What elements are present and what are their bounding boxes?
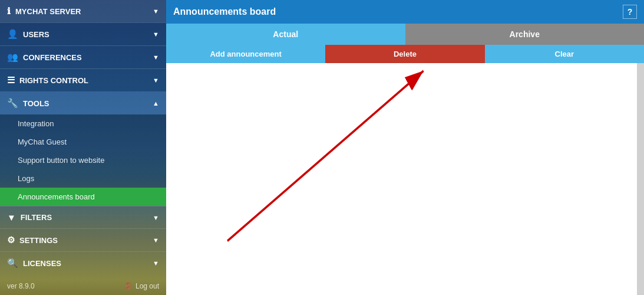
sidebar-item-licenses[interactable]: 🔍 LICENSES ▼	[0, 252, 166, 274]
sidebar-settings-label: SETTINGS	[19, 236, 58, 245]
version-label: ver 8.9.0	[7, 282, 35, 290]
chevron-down-icon: ▼	[153, 8, 159, 15]
submenu-logs[interactable]: Logs	[0, 169, 166, 188]
submenu-announcements[interactable]: Announcements board	[0, 188, 166, 206]
tools-submenu: Integration MyChat Guest Support button …	[0, 114, 166, 206]
actions-row: Add announcement Delete Clear	[166, 45, 644, 63]
sidebar-users-label: USERS	[23, 30, 49, 39]
sidebar-server-label: MYCHAT SERVER	[15, 7, 81, 16]
main-content: Announcements board ? Actual Archive Add…	[166, 0, 644, 295]
chevron-down-icon: ▼	[153, 237, 159, 244]
page-title: Announcements board	[173, 6, 276, 17]
settings-icon: ⚙	[7, 235, 15, 245]
users-icon: 👤	[7, 29, 18, 40]
sidebar-item-conferences[interactable]: 👥 CONFERENCES ▼	[0, 46, 166, 68]
sidebar-item-server[interactable]: ℹ MYCHAT SERVER ▼	[0, 0, 166, 22]
chevron-down-icon: ▼	[153, 77, 159, 84]
logout-icon: 🚪	[124, 282, 133, 290]
sidebar-item-filters[interactable]: ▼ FILTERS ▼	[0, 206, 166, 228]
sidebar-licenses-label: LICENSES	[23, 259, 61, 268]
server-icon: ℹ	[7, 6, 11, 17]
sidebar-item-settings[interactable]: ⚙ SETTINGS ▼	[0, 229, 166, 251]
logout-button[interactable]: 🚪 Log out	[124, 282, 159, 290]
chevron-down-icon: ▼	[153, 214, 159, 221]
rights-icon: ☰	[7, 75, 15, 86]
svg-line-1	[227, 71, 424, 241]
logout-label: Log out	[136, 282, 159, 290]
sidebar-conferences-label: CONFERENCES	[23, 53, 82, 62]
sidebar-filters-label: FILTERS	[21, 213, 52, 222]
tools-icon: 🔧	[7, 98, 18, 109]
submenu-support-button[interactable]: Support button to website	[0, 151, 166, 169]
add-announcement-button[interactable]: Add announcement	[166, 45, 325, 63]
help-button[interactable]: ?	[623, 5, 637, 19]
tab-archive[interactable]: Archive	[405, 24, 645, 45]
sidebar-item-rights[interactable]: ☰ RIGHTS CONTROL ▼	[0, 69, 166, 91]
chevron-up-icon: ▲	[153, 100, 159, 107]
filter-icon: ▼	[7, 212, 16, 222]
sidebar-bottom: ver 8.9.0 🚪 Log out	[0, 277, 166, 295]
sidebar-tools-label: TOOLS	[23, 99, 49, 108]
chevron-down-icon: ▼	[153, 31, 159, 38]
chevron-down-icon: ▼	[153, 260, 159, 267]
conferences-icon: 👥	[7, 52, 18, 63]
chevron-down-icon: ▼	[153, 54, 159, 61]
sidebar-item-users[interactable]: 👤 USERS ▼	[0, 23, 166, 45]
sidebar-rights-label: RIGHTS CONTROL	[19, 76, 88, 85]
tab-actual[interactable]: Actual	[166, 24, 405, 45]
submenu-integration[interactable]: Integration	[0, 114, 166, 133]
arrow-annotation	[166, 63, 644, 295]
tabs-row: Actual Archive	[166, 24, 644, 45]
sidebar: ℹ MYCHAT SERVER ▼ 👤 USERS ▼ 👥 CONFERENCE…	[0, 0, 166, 295]
clear-button[interactable]: Clear	[485, 45, 644, 63]
sidebar-item-tools[interactable]: 🔧 TOOLS ▲	[0, 92, 166, 114]
content-area	[166, 63, 644, 295]
licenses-icon: 🔍	[7, 258, 18, 268]
submenu-mychat-guest[interactable]: MyChat Guest	[0, 133, 166, 151]
delete-button[interactable]: Delete	[325, 45, 484, 63]
main-header: Announcements board ?	[166, 0, 644, 24]
